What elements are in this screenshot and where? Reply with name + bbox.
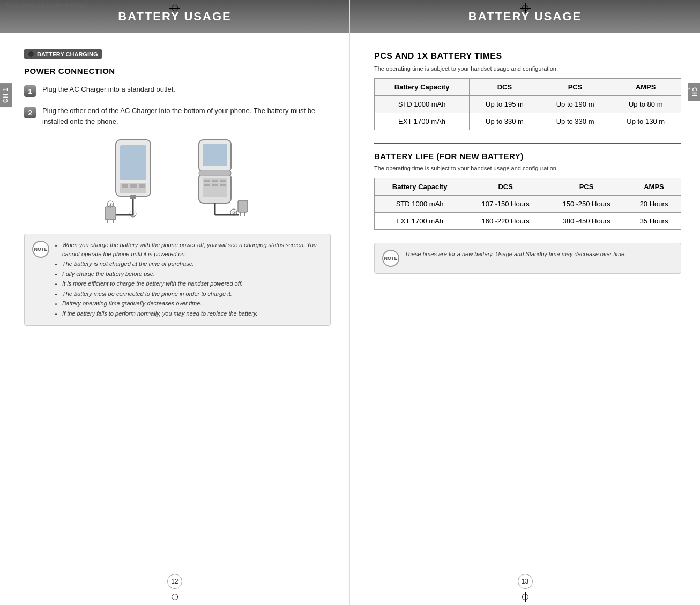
table2-cell-0-2: 150~250 Hours [546, 196, 627, 213]
battery-times-table: Battery Capacity DCS PCS AMPS STD 1000 m… [374, 78, 681, 130]
svg-rect-18 [203, 144, 227, 166]
note-box: NOTE When you charge the battery with th… [24, 234, 331, 326]
table2-cell-0-3: 20 Hours [627, 196, 681, 213]
svg-text:①: ① [109, 203, 113, 207]
table2-cell-0-1: 107~150 Hours [465, 196, 546, 213]
pcs-title: PCS AND 1X BATTERY TIMES [374, 51, 681, 61]
table2-cell-1-3: 35 Hours [627, 213, 681, 230]
svg-text:②: ② [232, 211, 236, 215]
step-1-text: Plug the AC Charger into a standard outl… [42, 84, 175, 95]
note-item-6: If the battery fails to perform normally… [62, 309, 323, 318]
svg-rect-9 [105, 207, 116, 220]
note-item-4: The battery must be connected to the pho… [62, 289, 323, 298]
note-item-0: When you charge the battery with the pho… [62, 241, 323, 258]
table1-col-amps: AMPS [610, 79, 681, 96]
table2-row-0: STD 1000 mAh107~150 Hours150~250 Hours20… [375, 196, 681, 213]
table2-cell-1-0: EXT 1700 mAh [375, 213, 465, 230]
right-note-icon: NOTE [382, 250, 399, 267]
svg-rect-26 [220, 184, 226, 186]
header-meta: TX-180 2004.11.1 3:43 PM 페이지 12 [5, 3, 86, 10]
phone-illustration: ① ② [24, 137, 331, 223]
right-page-content: PCS AND 1X BATTERY TIMES The operating t… [350, 33, 700, 285]
battery-charging-badge: BATTERY CHARGING [24, 49, 102, 59]
step-2: 2 Plug the other end of the AC Charger i… [24, 106, 331, 126]
step-1-num: 1 [24, 85, 36, 97]
table2-col-dcs: DCS [465, 178, 546, 196]
note-item-1: The battery is not charged at the time o… [62, 259, 323, 268]
table2-cell-1-2: 380~450 Hours [546, 213, 627, 230]
svg-rect-3 [122, 184, 128, 188]
left-page: TX-180 2004.11.1 3:43 PM 페이지 12 CH 1 BAT… [0, 0, 350, 605]
phone-image-right: ② ① [191, 137, 250, 223]
ch-tab-left: CH 1 [0, 83, 12, 107]
battery-life-subtitle: The operating time is subject to your ha… [374, 165, 681, 171]
reg-mark-bottom-right [520, 592, 531, 602]
step-1: 1 Plug the AC Charger into a standard ou… [24, 84, 331, 97]
table2-col-amps: AMPS [627, 178, 681, 196]
note-item-2: Fully charge the battery before use. [62, 270, 323, 279]
phone-image-left: ① ② [105, 137, 175, 223]
table1-cell-0-0: STD 1000 mAh [375, 96, 470, 113]
svg-text:②: ② [131, 212, 135, 217]
svg-rect-24 [204, 184, 210, 186]
left-page-number: 12 [167, 574, 182, 589]
svg-rect-1 [120, 145, 146, 180]
table2-cell-0-0: STD 1000 mAh [375, 196, 465, 213]
right-note-content: These times are for a new battery. Usage… [405, 250, 626, 267]
table1-cell-0-2: Up to 190 m [540, 96, 610, 113]
table1-col-dcs: DCS [470, 79, 540, 96]
reg-mark-top-right [520, 3, 531, 13]
svg-rect-19 [199, 171, 231, 175]
table2-col-pcs: PCS [546, 178, 627, 196]
battery-life-table: Battery Capacity DCS PCS AMPS STD 1000 m… [374, 178, 681, 230]
left-page-content: BATTERY CHARGING POWER CONNECTION 1 Plug… [0, 33, 349, 337]
power-connection-title: POWER CONNECTION [24, 66, 331, 76]
ch-tab-right: CH1 [688, 83, 700, 101]
table1-cell-1-0: EXT 1700 mAh [375, 113, 470, 130]
svg-rect-33 [238, 200, 248, 212]
table1-cell-0-1: Up to 195 m [470, 96, 540, 113]
battery-life-title: BATTERY LIFE (FOR NEW BATTERY) [374, 143, 681, 161]
table1-cell-1-3: Up to 130 m [610, 113, 681, 130]
svg-rect-21 [204, 180, 210, 182]
svg-rect-23 [220, 180, 226, 182]
table1-cell-1-2: Up to 330 m [540, 113, 610, 130]
note-icon: NOTE [32, 241, 49, 258]
svg-rect-25 [212, 184, 218, 186]
note-item-3: It is more efficient to charge the batte… [62, 279, 323, 288]
reg-mark-top-left [169, 3, 180, 13]
note-item-5: Battery operating time gradually decreas… [62, 299, 323, 308]
right-note-box: NOTE These times are for a new battery. … [374, 243, 681, 274]
svg-rect-6 [130, 195, 136, 199]
badge-label: BATTERY CHARGING [37, 51, 98, 57]
svg-rect-4 [130, 184, 137, 188]
pcs-subtitle: The operating time is subject to your ha… [374, 65, 681, 72]
page: TX-180 2004.11.1 3:43 PM 페이지 12 CH 1 BAT… [0, 0, 700, 605]
svg-rect-5 [139, 184, 145, 188]
table1-col-battery: Battery Capacity [375, 79, 470, 96]
step-2-num: 2 [24, 107, 36, 118]
table1-cell-1-1: Up to 330 m [470, 113, 540, 130]
table1-row-0: STD 1000 mAhUp to 195 mUp to 190 mUp to … [375, 96, 681, 113]
right-page: CH1 BATTERY USAGE PCS AND 1X BATTERY TIM… [350, 0, 700, 605]
svg-rect-22 [212, 180, 218, 182]
right-page-number: 13 [518, 574, 533, 589]
reg-mark-bottom-left [169, 592, 180, 602]
table2-cell-1-1: 160~220 Hours [465, 213, 546, 230]
badge-dot [28, 51, 34, 57]
table1-cell-0-3: Up to 80 m [610, 96, 681, 113]
table1-row-1: EXT 1700 mAhUp to 330 mUp to 330 mUp to … [375, 113, 681, 130]
table1-col-pcs: PCS [540, 79, 610, 96]
table2-col-battery: Battery Capacity [375, 178, 465, 196]
table2-row-1: EXT 1700 mAh160~220 Hours380~450 Hours35… [375, 213, 681, 230]
note-content: When you charge the battery with the pho… [55, 241, 323, 319]
step-2-text: Plug the other end of the AC Charger int… [42, 106, 331, 126]
